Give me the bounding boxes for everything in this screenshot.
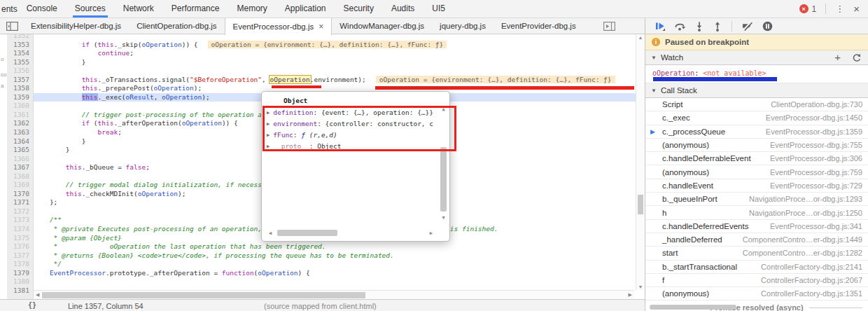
callstack-frame-start[interactable]: startComponentContro…er-dbg.js:1282 bbox=[645, 247, 868, 260]
gutter-line-1366[interactable]: 1366 bbox=[7, 155, 33, 164]
callstack-frame-(anonymous)[interactable]: (anonymous)EventProcessor-dbg.js:759 bbox=[645, 165, 868, 179]
code-line-1355[interactable]: } bbox=[34, 58, 636, 67]
top-tab-sources[interactable]: Sources bbox=[75, 0, 106, 18]
file-tab-WindowManager-dbg.js[interactable]: WindowManager-dbg.js bbox=[332, 18, 432, 34]
gutter-line-1374[interactable]: 1374 bbox=[7, 225, 33, 234]
gutter-line-1362[interactable]: 1362 bbox=[7, 119, 33, 128]
chevron-down-icon[interactable]: ▼ bbox=[651, 55, 657, 61]
gutter-line-1359[interactable]: 1359 bbox=[7, 93, 33, 102]
callstack-frame-c.handleEvent[interactable]: c.handleEventEventProcessor-dbg.js:729 bbox=[645, 179, 868, 193]
top-tab-performance[interactable]: Performance bbox=[172, 0, 220, 18]
gutter-line-1368[interactable]: 1368 bbox=[7, 172, 33, 181]
step-out-button[interactable] bbox=[713, 21, 722, 32]
pretty-print-button[interactable]: {} bbox=[28, 301, 36, 309]
gutter-line-1373[interactable]: 1373 bbox=[7, 216, 33, 225]
callstack-frame-c._exec[interactable]: c._execEventProcessor-dbg.js:1450 bbox=[645, 111, 868, 125]
gutter-line-1367[interactable]: 1367 bbox=[7, 163, 33, 172]
gutter-line-1379[interactable]: 1379 bbox=[7, 269, 33, 278]
pause-on-exceptions-button[interactable] bbox=[762, 21, 773, 32]
popup-hscroll-thumb[interactable] bbox=[277, 230, 337, 236]
code-line-1356[interactable] bbox=[34, 67, 636, 76]
refresh-watch-icon[interactable] bbox=[852, 53, 861, 62]
gutter-line-1376[interactable]: 1376 bbox=[7, 242, 33, 251]
gutter-line-1360[interactable]: 1360 bbox=[7, 102, 33, 111]
gutter-line-1371[interactable]: 1371 bbox=[7, 198, 33, 207]
code-line-1354[interactable]: continue; bbox=[34, 49, 636, 58]
code-line-1352[interactable] bbox=[34, 34, 636, 41]
callstack-frame-(anonymous)[interactable]: (anonymous)EventProcessor-dbg.js:755 bbox=[645, 139, 868, 152]
editor-vscroll-thumb[interactable] bbox=[638, 195, 643, 214]
close-tab-icon[interactable]: × bbox=[318, 23, 323, 30]
top-tab-memory[interactable]: Memory bbox=[237, 0, 267, 18]
file-tab-EventProcessor-dbg.js[interactable]: EventProcessor-dbg.js× bbox=[225, 18, 332, 35]
gutter-line-1375[interactable]: 1375 bbox=[7, 234, 33, 243]
kebab-menu-icon[interactable]: ⋮ bbox=[835, 4, 844, 14]
gutter-line-1352[interactable]: 1352 bbox=[7, 34, 33, 41]
code-line-1380[interactable] bbox=[34, 277, 636, 286]
panel-toggle-icon[interactable] bbox=[603, 22, 615, 31]
callstack-frame-b._queueInPort[interactable]: b._queueInPortNavigationProce…or-dbg.js:… bbox=[645, 193, 868, 206]
add-watch-icon[interactable]: + bbox=[834, 53, 841, 62]
callstack-frame-c._processQueue[interactable]: ▶c._processQueueEventProcessor-dbg.js:13… bbox=[645, 125, 868, 139]
sidebar-hscroll-thumb[interactable] bbox=[650, 305, 736, 310]
gutter-line-1380[interactable]: 1380 bbox=[7, 277, 33, 286]
file-tab-jquery-dbg.js[interactable]: jquery-dbg.js bbox=[432, 18, 493, 34]
callstack-frame-c.handleDeferrableEvent[interactable]: c.handleDeferrableEventEventProcessor-db… bbox=[645, 152, 868, 165]
code-line-1378[interactable]: */ bbox=[34, 260, 636, 269]
code-line-1376[interactable]: * oOperation the last operation that has… bbox=[34, 242, 636, 251]
editor-hscroll-thumb[interactable] bbox=[42, 292, 365, 298]
scroll-left-icon[interactable]: ◀ bbox=[269, 230, 272, 236]
gutter-line-1363[interactable]: 1363 bbox=[7, 128, 33, 137]
gutter-line-1361[interactable]: 1361 bbox=[7, 111, 33, 120]
hovered-token[interactable]: oOperation bbox=[269, 75, 312, 84]
callstack-frame-f[interactable]: fControllerFactory-dbg.js:2067 bbox=[645, 274, 868, 287]
deactivate-breakpoints-button[interactable] bbox=[741, 21, 754, 31]
popup-horizontal-scrollbar[interactable]: ◀ ▶ bbox=[269, 229, 433, 237]
top-tab-audits[interactable]: Audits bbox=[391, 0, 414, 18]
scroll-right-icon[interactable]: ▶ bbox=[430, 230, 433, 236]
popup-vscroll-thumb[interactable] bbox=[440, 147, 447, 212]
gutter-line-1370[interactable]: 1370 bbox=[7, 190, 33, 199]
navigator-toggle-icon[interactable] bbox=[6, 22, 18, 31]
file-tab-ExtensibilityHelper-dbg.js[interactable]: ExtensibilityHelper-dbg.js bbox=[23, 18, 129, 34]
callstack-frame-c.handleDeferredEvents[interactable]: c.handleDeferredEventsEventProcessor-dbg… bbox=[645, 220, 868, 233]
callstack-frame-(anonymous)[interactable]: (anonymous)ControllerFactory-dbg.js:1351 bbox=[645, 287, 868, 300]
top-tab-console[interactable]: Console bbox=[27, 0, 57, 18]
gutter-line-1381[interactable]: 1381 bbox=[7, 286, 33, 296]
scroll-up-icon[interactable]: ▲ bbox=[636, 35, 645, 40]
callstack-frame-h[interactable]: hNavigationProce…or-dbg.js:1250 bbox=[645, 206, 868, 219]
code-line-1357[interactable]: this._oTransactions.signal("$BeforeOpera… bbox=[34, 76, 636, 85]
step-into-button[interactable] bbox=[694, 21, 704, 32]
scroll-right-icon[interactable]: ▶ bbox=[629, 292, 632, 298]
watch-section-header[interactable]: ▼ Watch + bbox=[645, 50, 868, 65]
close-devtools-icon[interactable]: × bbox=[853, 3, 860, 15]
gutter-line-1369[interactable]: 1369 bbox=[7, 181, 33, 190]
gutter-line-1356[interactable]: 1356 bbox=[7, 67, 33, 76]
top-tab-security[interactable]: Security bbox=[344, 0, 374, 18]
line-number-gutter[interactable]: 1352135313541355135613571358135913601361… bbox=[7, 34, 34, 299]
gutter-line-1358[interactable]: 1358 bbox=[7, 84, 33, 93]
resume-button[interactable] bbox=[654, 21, 666, 32]
gutter-line-1353[interactable]: 1353 bbox=[7, 41, 33, 50]
gutter-line-1372[interactable]: 1372 bbox=[7, 207, 33, 216]
gutter-line-1355[interactable]: 1355 bbox=[7, 58, 33, 67]
step-over-button[interactable] bbox=[674, 21, 686, 31]
editor-horizontal-scrollbar[interactable]: ◀ ▶ bbox=[34, 290, 634, 299]
gutter-line-1365[interactable]: 1365 bbox=[7, 146, 33, 155]
file-tab-EventProvider-dbg.js[interactable]: EventProvider-dbg.js bbox=[493, 18, 584, 34]
gutter-line-1378[interactable]: 1378 bbox=[7, 260, 33, 269]
top-tab-application[interactable]: Application bbox=[285, 0, 326, 18]
error-count-badge[interactable]: × 1 bbox=[799, 4, 817, 14]
top-tab-elements-partial[interactable]: ents bbox=[1, 4, 18, 14]
top-tab-network[interactable]: Network bbox=[123, 0, 154, 18]
code-line-1379[interactable]: EventProcessor.prototype._afterOperation… bbox=[34, 269, 636, 278]
code-line-1353[interactable]: if (this._skip(oOperation)) {oOperation … bbox=[34, 41, 636, 50]
gutter-line-1377[interactable]: 1377 bbox=[7, 251, 33, 261]
chevron-down-icon[interactable]: ▼ bbox=[651, 88, 657, 94]
callstack-frame-b._startTransactional[interactable]: b._startTransactionalControllerFactory-d… bbox=[645, 261, 868, 274]
editor-vertical-scrollbar[interactable]: ▲ ▼ bbox=[636, 34, 645, 290]
callstack-frame-_handleDeferred[interactable]: _handleDeferredComponentContro…er-dbg.js… bbox=[645, 233, 868, 247]
scroll-down-icon[interactable]: ▼ bbox=[636, 284, 645, 289]
gutter-line-1364[interactable]: 1364 bbox=[7, 137, 33, 146]
scroll-left-icon[interactable]: ◀ bbox=[36, 292, 39, 298]
